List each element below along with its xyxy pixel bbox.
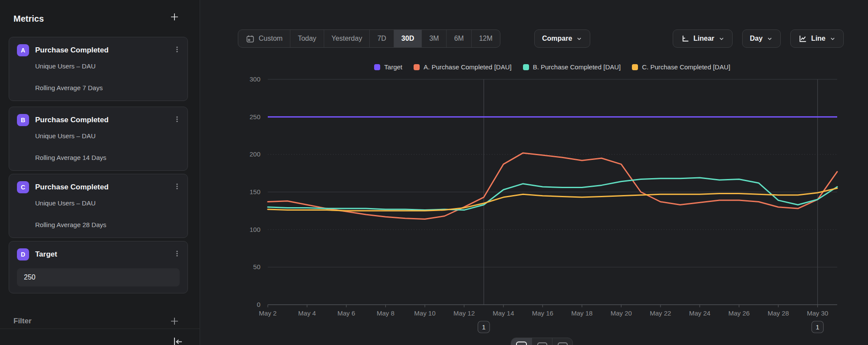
svg-text:250: 250 [250, 113, 260, 120]
chart-height-small-button[interactable] [552, 338, 572, 345]
kebab-icon [174, 46, 181, 53]
sidebar-title: Metrics [13, 14, 44, 24]
svg-text:300: 300 [250, 75, 260, 83]
svg-text:May 4: May 4 [298, 309, 316, 317]
svg-text:May 26: May 26 [728, 309, 750, 317]
metric-menu-button[interactable] [171, 43, 183, 55]
svg-text:May 14: May 14 [493, 309, 514, 317]
sidebar: Metrics A Purchase Completed Unique User… [0, 0, 200, 345]
chart-panel: Custom Today Yesterday 7D 30D 3M 6M 12M … [200, 0, 868, 345]
svg-text:50: 50 [253, 263, 260, 270]
svg-text:May 28: May 28 [768, 309, 789, 317]
kebab-icon [174, 116, 181, 123]
add-filter-button[interactable] [168, 315, 181, 328]
metric-badge-a: A [17, 44, 29, 56]
svg-text:1: 1 [816, 323, 819, 331]
svg-text:May 22: May 22 [650, 309, 671, 317]
metric-measure: Unique Users – DAU [35, 62, 95, 70]
metric-measure: Unique Users – DAU [35, 132, 95, 140]
svg-text:May 12: May 12 [454, 309, 475, 317]
svg-text:150: 150 [250, 188, 260, 195]
metric-menu-button[interactable] [171, 180, 183, 192]
metrics-dashboard: Metrics A Purchase Completed Unique User… [0, 0, 868, 345]
svg-text:100: 100 [250, 226, 260, 233]
chart-height-toggle [511, 338, 573, 345]
target-value-input[interactable] [17, 268, 180, 286]
chart-height-medium-button[interactable] [532, 338, 552, 345]
svg-text:May 16: May 16 [532, 309, 553, 317]
line-chart-canvas: 050100150200250300May 2May 4May 6May 8Ma… [200, 0, 868, 345]
filter-section-label: Filter [13, 317, 32, 325]
chart-height-large-button[interactable] [511, 338, 532, 345]
plus-icon [169, 12, 180, 22]
metric-badge-d: D [17, 248, 29, 260]
kebab-icon [174, 250, 181, 257]
metric-title: Target [35, 250, 57, 259]
metric-card-a[interactable]: A Purchase Completed Unique Users – DAU … [9, 37, 188, 101]
collapse-sidebar-button[interactable] [171, 335, 184, 345]
svg-text:May 10: May 10 [414, 309, 435, 317]
chart-height-medium-icon [537, 342, 547, 345]
svg-text:May 20: May 20 [611, 309, 632, 317]
metric-title: Purchase Completed [35, 116, 108, 124]
plus-icon [169, 316, 180, 326]
metric-rolling-average: Rolling Average 28 Days [35, 221, 106, 228]
chart-height-large-icon [516, 342, 527, 345]
svg-text:May 24: May 24 [689, 309, 710, 317]
svg-text:May 8: May 8 [377, 309, 395, 317]
metric-menu-button[interactable] [171, 247, 183, 260]
svg-text:200: 200 [250, 150, 260, 158]
metric-title: Purchase Completed [35, 183, 108, 192]
metric-menu-button[interactable] [171, 113, 183, 125]
metric-badge-b: B [17, 114, 29, 126]
metric-badge-c: C [17, 181, 29, 193]
svg-text:May 30: May 30 [807, 309, 828, 317]
svg-text:0: 0 [257, 301, 260, 308]
metric-rolling-average: Rolling Average 14 Days [35, 154, 106, 161]
chart-height-small-icon [558, 342, 568, 345]
metric-title: Purchase Completed [35, 46, 108, 55]
metric-card-c[interactable]: C Purchase Completed Unique Users – DAU … [9, 174, 188, 238]
metric-card-b[interactable]: B Purchase Completed Unique Users – DAU … [9, 107, 188, 171]
kebab-icon [174, 183, 181, 190]
svg-text:May 18: May 18 [571, 309, 592, 317]
svg-text:May 2: May 2 [259, 309, 277, 317]
metric-card-d-target[interactable]: D Target [9, 241, 188, 293]
svg-text:1: 1 [482, 323, 485, 331]
svg-text:May 6: May 6 [338, 309, 355, 317]
metric-rolling-average: Rolling Average 7 Days [35, 84, 103, 91]
sidebar-footer-divider [0, 329, 200, 329]
add-metric-button[interactable] [168, 10, 181, 23]
metric-measure: Unique Users – DAU [35, 199, 95, 207]
collapse-left-icon [171, 335, 184, 345]
